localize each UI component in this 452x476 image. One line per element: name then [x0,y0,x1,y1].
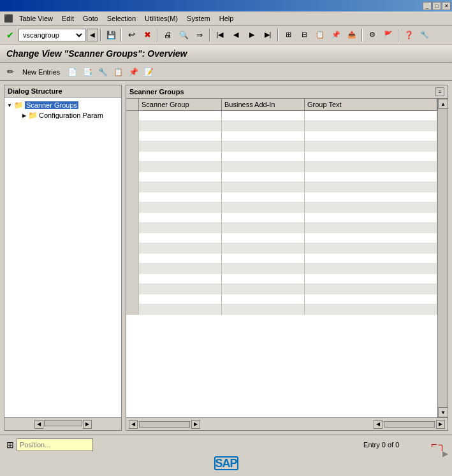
redo-button[interactable]: ✖ [140,28,155,42]
select-icon[interactable]: 📌 [127,66,140,78]
last-page-btn[interactable]: ▶| [260,28,275,42]
pencil-icon[interactable]: ✏ [4,66,17,78]
table-row[interactable] [126,243,437,254]
sap-text: SAP [215,457,237,470]
next-page-btn[interactable]: ▶ [244,28,259,42]
window-controls[interactable]: _ □ ✕ [423,2,451,10]
folder-icon-scanner: 📁 [14,101,24,110]
tool3[interactable]: 📋 [312,28,328,42]
move-icon[interactable]: 📋 [112,66,124,78]
cell-business-addin [222,294,305,305]
tool4[interactable]: 📌 [328,28,344,42]
table-hscroll-track[interactable] [139,421,190,428]
table-row[interactable] [126,131,437,141]
menu-edit[interactable]: Edit [58,13,78,24]
col-chooser-button[interactable]: ≡ [435,87,444,96]
action-toolbar: ✏ New Entries 📄 📑 🔧 📋 📌 📝 [0,63,452,81]
menu-goto[interactable]: Goto [79,13,102,24]
find-button[interactable]: 🔍 [176,28,191,42]
dialog-scroll-right[interactable]: ▶ [83,420,92,429]
collapse-btn[interactable]: ⊟ [296,28,312,42]
cell-business-addin [222,305,305,315]
table-footer: ◀ ▶ ◀ ▶ [126,417,448,430]
scroll-down-arrow[interactable]: ▼ [438,407,448,417]
new-entries-button[interactable]: New Entries [19,67,63,77]
table-row[interactable] [126,254,437,264]
table-hscroll-left[interactable]: ◀ [129,420,138,429]
table-hscroll-right[interactable]: ▶ [191,420,200,429]
table-row[interactable] [126,305,437,315]
table-row[interactable] [126,284,437,294]
help-btn[interactable]: ❓ [401,28,416,42]
settings-btn[interactable]: ⚙ [365,28,380,42]
scroll-thumb[interactable] [438,109,448,407]
prev-page-btn[interactable]: ◀ [228,28,244,42]
table-row[interactable] [126,172,437,182]
save-button[interactable]: 💾 [103,28,119,42]
maximize-button[interactable]: □ [432,2,441,10]
transaction-select[interactable]: vscangroup [20,31,84,40]
cell-scanner-group [139,121,222,131]
app-icon[interactable]: ⬛ [3,13,14,24]
table-row[interactable] [126,182,437,192]
check-icon[interactable]: ✔ [3,28,18,42]
vertical-scrollbar[interactable]: ▲ ▼ [437,99,448,417]
menu-help[interactable]: Help [215,13,238,24]
print-button[interactable]: 🖨 [160,28,175,42]
first-page-btn[interactable]: |◀ [212,28,228,42]
table-hscroll-left2[interactable]: ◀ [374,420,383,429]
table-row[interactable] [126,192,437,203]
undo-button[interactable]: ↩ [124,28,139,42]
table-row[interactable] [126,233,437,243]
table-row[interactable] [126,141,437,152]
tree-item-scanner-groups[interactable]: ▼ 📁 Scanner Groups [7,100,119,110]
copy-icon[interactable]: 📄 [66,66,78,78]
status-bar: ⊞ Entry 0 of 0 ⌐ ┐ SAP [0,435,452,473]
cell-scanner-group [139,223,222,233]
cell-business-addin [222,131,305,141]
dialog-scroll-nav[interactable]: ◀ ▶ [34,420,92,429]
table-title-label: Scanner Groups [129,88,184,96]
table-row[interactable] [126,111,437,121]
menu-selection[interactable]: Selection [103,13,140,24]
table-scroll-left[interactable]: ◀ ▶ [129,420,200,429]
table-hscroll-track2[interactable] [384,421,435,428]
table-row[interactable] [126,162,437,172]
delete-icon[interactable]: 🔧 [96,66,109,78]
table-row[interactable] [126,203,437,213]
table-row[interactable] [126,274,437,284]
menu-system[interactable]: System [183,13,214,24]
table-row[interactable] [126,121,437,131]
table-row[interactable] [126,294,437,305]
expand-btn[interactable]: ⊞ [281,28,296,42]
tool5[interactable]: 📤 [344,28,360,42]
nav-back-btn[interactable]: ◀ [87,29,98,41]
table-scroll-right[interactable]: ◀ ▶ [374,420,445,429]
menu-tableview[interactable]: Table View [15,13,57,24]
table-row[interactable] [126,152,437,162]
cell-scanner-group [139,131,222,141]
table-row[interactable] [126,264,437,274]
transaction-dropdown[interactable]: vscangroup [18,29,86,41]
customize-btn[interactable]: 🔧 [417,28,432,42]
dialog-scroll-track[interactable] [44,420,82,426]
scroll-up-arrow[interactable]: ▲ [438,99,448,109]
menu-utilities[interactable]: Utilities(M) [141,13,182,24]
sep5 [277,29,279,41]
position-input[interactable] [17,438,93,451]
minimize-button[interactable]: _ [423,2,432,10]
cell-business-addin [222,152,305,162]
cell-group-text [305,223,437,233]
dialog-scroll-left[interactable]: ◀ [34,420,43,429]
info-icon[interactable]: 📝 [142,66,155,78]
tree-item-config[interactable]: ▶ 📁 Configuration Param [22,110,119,120]
close-button[interactable]: ✕ [442,2,451,10]
flag-btn[interactable]: 🚩 [381,28,396,42]
table-row[interactable] [126,213,437,223]
entry-count: Entry 0 of 0 [363,441,399,449]
table-row[interactable] [126,223,437,233]
table-hscroll-right2[interactable]: ▶ [436,420,445,429]
copy2-icon[interactable]: 📑 [81,66,94,78]
cell-business-addin [222,192,305,203]
find-next-button[interactable]: ⇒ [192,28,207,42]
